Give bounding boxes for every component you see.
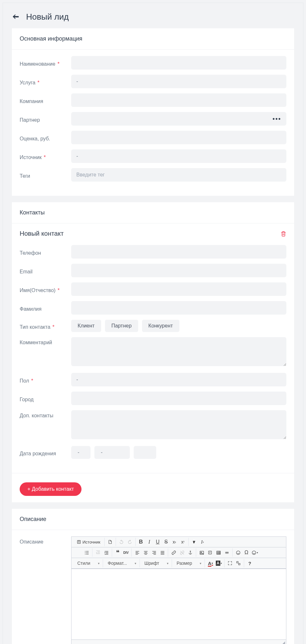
ul-icon[interactable] xyxy=(82,548,91,557)
input-name[interactable] xyxy=(71,56,286,70)
combo-font[interactable]: Шрифт▾ xyxy=(141,559,170,567)
label-firstname: Имя(Отчество) * xyxy=(20,285,71,293)
birth-month[interactable]: - xyxy=(94,446,130,459)
image-icon[interactable] xyxy=(197,548,206,557)
svg-point-6 xyxy=(201,552,202,553)
align-left-icon[interactable] xyxy=(133,548,141,557)
help-icon[interactable]: ? xyxy=(245,559,254,567)
textarea-extra[interactable] xyxy=(71,410,286,439)
div-icon[interactable]: DIV xyxy=(122,548,130,557)
svg-rect-11 xyxy=(237,562,238,563)
svg-point-3 xyxy=(85,554,85,554)
editor-content[interactable] xyxy=(72,569,286,639)
iframe-icon[interactable]: ▾ xyxy=(251,548,259,557)
table-icon[interactable] xyxy=(214,548,223,557)
birth-year[interactable] xyxy=(134,446,156,459)
label-tags: Теги xyxy=(20,171,71,179)
combo-styles[interactable]: Стили▾ xyxy=(74,559,101,567)
panel-main-info: Основная информация Наименование * Услуг… xyxy=(12,28,294,196)
editor-source-button[interactable]: Источник xyxy=(74,538,103,546)
label-contacttype: Тип контакта * xyxy=(20,322,71,330)
label-email: Email xyxy=(20,266,71,275)
ol-icon[interactable] xyxy=(74,548,82,557)
hr-icon[interactable] xyxy=(223,548,231,557)
trash-icon[interactable] xyxy=(281,231,286,237)
bg-color-icon[interactable]: A▾ xyxy=(215,559,223,567)
clear-format-icon[interactable]: Ix xyxy=(198,538,207,546)
redo-icon xyxy=(126,538,134,546)
select-source[interactable]: - xyxy=(71,149,286,163)
svg-rect-12 xyxy=(239,564,240,565)
input-lastname[interactable] xyxy=(71,301,286,315)
label-city: Город xyxy=(20,394,71,402)
label-birth: Дата рождения xyxy=(20,448,71,457)
textarea-comment[interactable] xyxy=(71,337,286,366)
label-comment: Комментарий xyxy=(20,337,71,346)
bold-icon[interactable]: B xyxy=(137,538,145,546)
input-city[interactable] xyxy=(71,392,286,405)
select-service[interactable]: - xyxy=(71,75,286,88)
flash-icon[interactable] xyxy=(206,548,214,557)
label-name: Наименование * xyxy=(20,59,71,67)
panel-description: Описание Описание Источник xyxy=(12,509,294,644)
panel-header-main: Основная информация xyxy=(12,28,294,50)
panel-contacts: Контакты Новый контакт Телефон Email Имя… xyxy=(12,202,294,502)
editor-resize-handle[interactable] xyxy=(72,639,286,644)
blockquote-icon[interactable]: ❝ xyxy=(113,548,122,557)
maximize-icon[interactable] xyxy=(226,559,234,567)
align-center-icon[interactable] xyxy=(141,548,150,557)
underline-icon[interactable]: U xyxy=(154,538,162,546)
anchor-icon[interactable] xyxy=(186,548,195,557)
label-partner: Партнер xyxy=(20,115,71,123)
svg-point-4 xyxy=(190,551,191,552)
birth-day[interactable]: - xyxy=(71,446,91,459)
remove-format-icon[interactable] xyxy=(190,538,198,546)
strike-icon[interactable]: S xyxy=(162,538,170,546)
special-char-icon[interactable]: Ω xyxy=(242,548,251,557)
outdent-icon xyxy=(94,548,102,557)
link-icon[interactable] xyxy=(169,548,178,557)
input-email[interactable] xyxy=(71,264,286,277)
more-icon[interactable]: ••• xyxy=(273,115,281,123)
page-title: Новый лид xyxy=(26,12,69,22)
combo-size[interactable]: Размер▾ xyxy=(173,559,203,567)
combo-format[interactable]: Формат...▾ xyxy=(104,559,138,567)
svg-point-2 xyxy=(85,552,85,553)
chip-partner[interactable]: Партнер xyxy=(105,320,138,332)
indent-icon[interactable] xyxy=(102,548,110,557)
align-justify-icon[interactable] xyxy=(158,548,167,557)
label-company: Компания xyxy=(20,96,71,104)
input-phone[interactable] xyxy=(71,245,286,259)
add-contact-button[interactable]: + Добавить контакт xyxy=(20,482,81,496)
undo-icon xyxy=(117,538,126,546)
text-color-icon[interactable]: A▾ xyxy=(206,559,215,567)
page-root: Новый лид Основная информация Наименован… xyxy=(3,3,303,644)
input-firstname[interactable] xyxy=(71,282,286,296)
select-gender[interactable]: - xyxy=(71,373,286,386)
chip-client[interactable]: Клиент xyxy=(71,320,101,332)
smiley-icon[interactable] xyxy=(234,548,242,557)
subscript-icon[interactable]: x₂ xyxy=(170,538,179,546)
input-company[interactable] xyxy=(71,93,286,107)
show-blocks-icon[interactable] xyxy=(234,559,243,567)
input-partner[interactable] xyxy=(71,112,286,126)
label-service: Услуга * xyxy=(20,77,71,86)
align-right-icon[interactable] xyxy=(150,548,158,557)
new-contact-title: Новый контакт xyxy=(20,230,64,237)
label-estimate: Оценка, руб. xyxy=(20,133,71,142)
superscript-icon[interactable]: x² xyxy=(179,538,187,546)
input-tags[interactable] xyxy=(71,168,286,182)
label-description: Описание xyxy=(20,536,71,545)
chip-competitor[interactable]: Конкурент xyxy=(142,320,179,332)
panel-header-description: Описание xyxy=(12,509,294,530)
label-extra: Доп. контакты xyxy=(20,410,71,419)
input-estimate[interactable] xyxy=(71,131,286,144)
back-icon[interactable] xyxy=(12,13,20,21)
new-page-icon[interactable] xyxy=(106,538,114,546)
label-phone: Телефон xyxy=(20,248,71,256)
svg-point-10 xyxy=(252,551,256,554)
italic-icon[interactable]: I xyxy=(145,538,154,546)
svg-point-9 xyxy=(236,551,240,554)
svg-point-1 xyxy=(85,551,85,552)
unlink-icon xyxy=(178,548,186,557)
